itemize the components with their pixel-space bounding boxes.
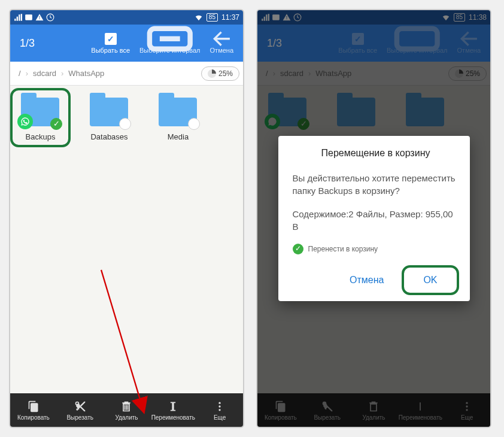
folder-label: Backups xyxy=(15,132,66,141)
select-range-label: Выберите интервал xyxy=(139,47,201,54)
unchecked-icon xyxy=(188,118,200,130)
dialog-cancel-button[interactable]: Отмена xyxy=(336,268,397,293)
dialog-ok-button[interactable]: OK xyxy=(410,268,450,293)
rename-button[interactable]: Переименовать xyxy=(150,400,196,421)
cancel-label: Отмена xyxy=(210,47,233,54)
pie-icon xyxy=(208,69,216,78)
folder-label: Media xyxy=(153,132,204,141)
dialog-body-2: Содержимое:2 Файлы, Размер: 955,00 B xyxy=(293,208,459,233)
dialog-body-1: Вы действительно хотите переместить папк… xyxy=(293,172,459,197)
check-icon xyxy=(293,244,303,254)
folder-media[interactable]: Media xyxy=(153,93,204,141)
usage-label: 25% xyxy=(218,69,233,78)
svg-point-4 xyxy=(218,402,220,403)
arrow-annotation xyxy=(88,265,166,415)
breadcrumb: / › sdcard › WhatsApp 25% xyxy=(10,62,243,86)
more-label: Еще xyxy=(214,414,226,421)
folder-backups[interactable]: Backups xyxy=(15,93,66,141)
cut-label: Вырезать xyxy=(66,414,93,421)
clock: 11:37 xyxy=(221,13,239,22)
select-all-button[interactable]: ✓ Выбрать все xyxy=(86,32,135,54)
dialog-title: Перемещение в корзину xyxy=(293,148,459,159)
modal-overlay: Перемещение в корзину Вы действительно х… xyxy=(257,10,490,427)
svg-line-3 xyxy=(101,270,143,410)
phone-right: 85 11:38 1/3 ✓ Выбрать все Выберите инте… xyxy=(256,9,491,428)
highlight-annotation: OK xyxy=(402,265,459,295)
folder-databases[interactable]: Databases xyxy=(84,93,135,141)
file-grid: Backups Databases Media xyxy=(10,86,243,393)
folder-label: Databases xyxy=(84,132,135,141)
delete-label: Удалить xyxy=(115,414,138,421)
select-range-button[interactable]: Выберите интервал xyxy=(135,32,205,54)
status-bar: 85 11:37 xyxy=(10,10,243,25)
copy-button[interactable]: Копировать xyxy=(10,400,57,421)
cancel-button[interactable]: Отмена xyxy=(205,32,238,54)
svg-point-6 xyxy=(218,409,220,411)
svg-rect-0 xyxy=(25,14,32,20)
selection-toolbar: 1/3 ✓ Выбрать все Выберите интервал Отме… xyxy=(10,25,243,62)
battery-indicator: 85 xyxy=(207,13,218,22)
recycle-label: Перенести в корзину xyxy=(308,245,378,253)
bottom-toolbar: Копировать Вырезать Удалить Переименоват… xyxy=(10,393,243,427)
confirm-dialog: Перемещение в корзину Вы действительно х… xyxy=(278,136,470,301)
recycle-checkbox[interactable]: Перенести в корзину xyxy=(293,244,459,254)
delete-button[interactable]: Удалить xyxy=(104,400,150,421)
rename-label: Переименовать xyxy=(151,414,195,421)
check-icon xyxy=(50,118,62,130)
phone-left: 85 11:37 1/3 ✓ Выбрать все Выберите инте… xyxy=(9,9,244,428)
unchecked-icon xyxy=(119,118,131,130)
crumb-sdcard[interactable]: sdcard xyxy=(28,69,61,78)
select-all-label: Выбрать все xyxy=(91,47,130,54)
sync-icon xyxy=(46,13,54,22)
app-icon xyxy=(25,13,33,22)
svg-point-5 xyxy=(218,405,220,407)
crumb-root[interactable]: / xyxy=(14,69,26,78)
copy-label: Копировать xyxy=(17,414,50,421)
warning-icon xyxy=(35,13,44,22)
signal-icon xyxy=(14,13,22,22)
whatsapp-icon xyxy=(17,114,33,129)
more-button[interactable]: Еще xyxy=(196,400,243,421)
selection-count: 1/3 xyxy=(20,37,86,50)
cut-button[interactable]: Вырезать xyxy=(57,400,104,421)
storage-usage[interactable]: 25% xyxy=(201,66,239,81)
crumb-whatsapp[interactable]: WhatsApp xyxy=(63,69,109,78)
highlight-annotation: Backups xyxy=(10,88,71,147)
